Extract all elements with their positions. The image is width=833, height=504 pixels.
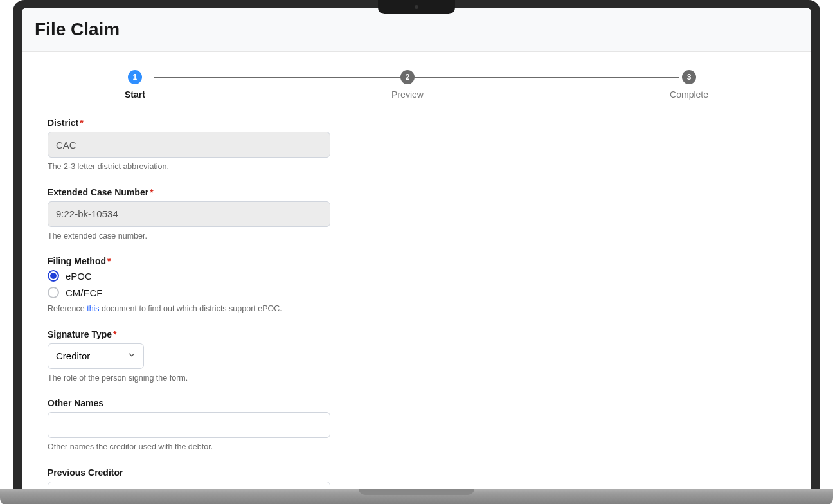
laptop-notch xyxy=(378,0,455,14)
district-helper: The 2-3 letter district abbreviation. xyxy=(48,161,356,173)
step-circle: 2 xyxy=(400,70,415,84)
form: District* The 2-3 letter district abbrev… xyxy=(48,118,356,489)
previous-creditor-label: Previous Creditor xyxy=(48,467,356,478)
header: File Claim xyxy=(22,8,811,52)
app-screen: File Claim 1 Start 2 Preview 3 Complete xyxy=(22,8,811,489)
required-mark: * xyxy=(107,256,111,266)
radio-button-icon xyxy=(48,270,59,282)
filing-method-radio-group: ePOC CM/ECF xyxy=(48,270,356,298)
signature-type-label: Signature Type* xyxy=(48,329,356,339)
case-number-input[interactable] xyxy=(48,201,330,227)
field-other-names: Other Names Other names the creditor use… xyxy=(48,398,356,453)
other-names-label: Other Names xyxy=(48,398,356,408)
radio-label: CM/ECF xyxy=(66,287,103,298)
step-preview[interactable]: 2 Preview xyxy=(391,70,424,100)
field-filing-method: Filing Method* ePOC CM/ECF Referen xyxy=(48,256,356,315)
laptop-frame: File Claim 1 Start 2 Preview 3 Complete xyxy=(13,0,820,489)
signature-type-select-wrap: Creditor xyxy=(48,343,144,369)
signature-type-select[interactable]: Creditor xyxy=(48,343,144,369)
previous-creditor-input[interactable] xyxy=(48,482,330,489)
radio-epoc[interactable]: ePOC xyxy=(48,270,356,282)
case-number-helper: The extended case number. xyxy=(48,231,356,242)
field-previous-creditor: Previous Creditor xyxy=(48,467,356,489)
signature-type-helper: The role of the person signing the form. xyxy=(48,373,356,384)
epoc-doc-link[interactable]: this xyxy=(87,304,99,313)
stepper: 1 Start 2 Preview 3 Complete xyxy=(48,52,785,118)
step-circle: 1 xyxy=(128,70,142,84)
field-signature-type: Signature Type* Creditor The role of the… xyxy=(48,329,356,384)
other-names-input[interactable] xyxy=(48,412,330,438)
other-names-helper: Other names the creditor used with the d… xyxy=(48,442,356,453)
required-mark: * xyxy=(113,329,116,339)
step-label: Start xyxy=(125,89,145,100)
required-mark: * xyxy=(150,187,153,197)
step-circle: 3 xyxy=(682,70,696,84)
step-label: Complete xyxy=(670,89,708,100)
field-district: District* The 2-3 letter district abbrev… xyxy=(48,118,356,173)
district-input[interactable] xyxy=(48,132,330,158)
laptop-base xyxy=(0,489,833,504)
case-number-label: Extended Case Number* xyxy=(48,187,356,197)
filing-method-label: Filing Method* xyxy=(48,256,356,266)
page-title: File Claim xyxy=(35,19,798,40)
content: 1 Start 2 Preview 3 Complete District* xyxy=(22,52,811,489)
step-start[interactable]: 1 Start xyxy=(125,70,145,100)
select-value: Creditor xyxy=(56,350,90,361)
step-complete[interactable]: 3 Complete xyxy=(670,70,708,100)
district-label: District* xyxy=(48,118,356,128)
step-label: Preview xyxy=(391,89,424,100)
field-case-number: Extended Case Number* The extended case … xyxy=(48,187,356,242)
required-mark: * xyxy=(80,118,83,128)
radio-button-icon xyxy=(48,287,59,298)
radio-cmecf[interactable]: CM/ECF xyxy=(48,287,356,298)
filing-method-helper: Reference this document to find out whic… xyxy=(48,303,356,315)
radio-label: ePOC xyxy=(66,271,92,282)
